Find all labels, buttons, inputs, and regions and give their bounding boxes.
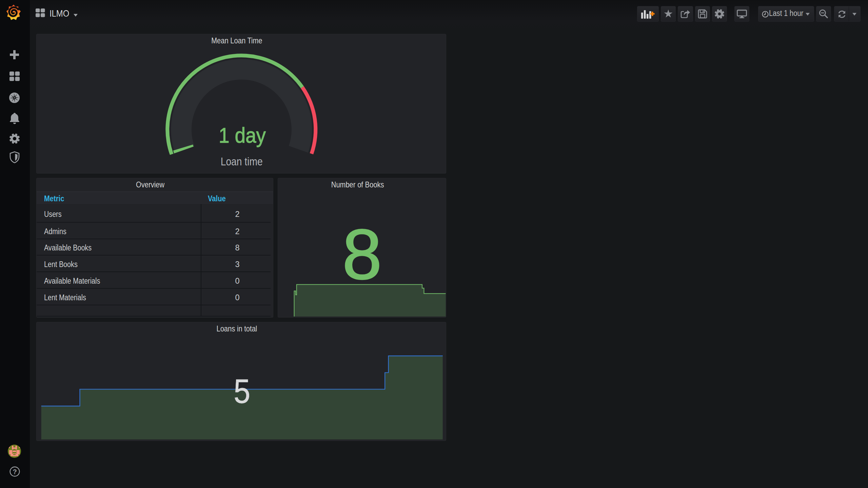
svg-text:?: ?	[13, 468, 17, 475]
svg-text:8: 8	[342, 215, 382, 294]
svg-text:1 day: 1 day	[219, 123, 266, 147]
svg-text:5: 5	[234, 372, 250, 410]
svg-text:Loan time: Loan time	[221, 155, 263, 168]
